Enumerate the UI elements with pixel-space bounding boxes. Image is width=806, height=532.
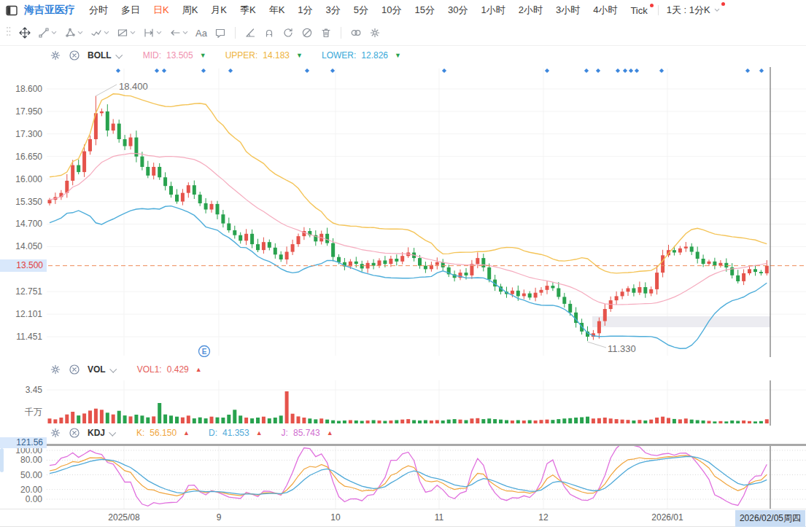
tab-周K[interactable]: 周K: [176, 2, 205, 18]
time-axis-tick: 9: [217, 512, 222, 523]
text-tool-icon[interactable]: Aa: [193, 26, 210, 41]
tab-1分[interactable]: 1分: [291, 2, 319, 18]
red-dot-badge: [721, 2, 725, 6]
stock-name[interactable]: 海吉亚医疗: [24, 4, 75, 17]
metric-value: 14.183: [263, 50, 290, 60]
pattern-tool-icon[interactable]: [114, 25, 139, 41]
high-annotation: 18.400: [119, 81, 148, 92]
comment-tool-icon[interactable]: [212, 25, 229, 41]
trend-up-icon: ▲: [256, 430, 263, 437]
metric: J:85.743▲: [282, 428, 333, 438]
tab-30分[interactable]: 30分: [441, 2, 474, 18]
tab-4小时[interactable]: 4小时: [586, 2, 624, 18]
indicator-name-kdj[interactable]: KDJ: [88, 428, 105, 438]
period-tabs: 分时多日日K周K月K季K年K1分3分5分10分15分30分1小时2小时3小时4小…: [82, 2, 726, 18]
metric-value: 56.150: [150, 428, 177, 438]
shape-tool-icon[interactable]: [61, 25, 86, 41]
hide-drawings-tool-icon[interactable]: [298, 25, 316, 41]
metric-label: J:: [282, 428, 288, 438]
metric: VOL1:0.429▲: [137, 364, 202, 375]
tab-多日[interactable]: 多日: [115, 2, 147, 18]
metric: LOWER:12.826▼: [322, 50, 401, 60]
tab-3分[interactable]: 3分: [319, 2, 347, 18]
price-axis-tick: 14.700: [0, 219, 42, 229]
price-axis-tick: 16.650: [0, 152, 42, 162]
indicator-name-vol[interactable]: VOL: [88, 364, 106, 375]
wave-tool-icon[interactable]: [88, 25, 112, 41]
drawing-toolbar: Aa: [0, 20, 806, 46]
tab-10分[interactable]: 10分: [375, 2, 408, 18]
kdj-legend: KDJK:56.150▲D:41.353▲J:85.743▲: [50, 426, 333, 440]
panel-toggle-icon[interactable]: [6, 5, 18, 16]
kdj-axis-tick: 50.00: [0, 470, 42, 480]
trend-up-icon: ▲: [195, 367, 202, 373]
indicator-close-icon[interactable]: [69, 50, 80, 61]
tab-3小时[interactable]: 3小时: [549, 2, 586, 18]
delete-drawings-tool-icon[interactable]: [317, 25, 335, 41]
sync-drawings-tool-icon[interactable]: [279, 25, 297, 41]
kdj-pane[interactable]: [0, 445, 806, 509]
price-chart-pane[interactable]: E: [0, 66, 806, 357]
metric-label: UPPER:: [225, 50, 258, 60]
price-axis-tick: 14.050: [0, 241, 42, 251]
metric: UPPER:14.183▼: [225, 50, 303, 60]
kline-mode-selector[interactable]: 1天 : 1分K: [662, 2, 726, 18]
stock-chart-app: 海吉亚医疗 分时多日日K周K月K季K年K1分3分5分10分15分30分1小时2小…: [0, 0, 806, 532]
volume-pane[interactable]: [0, 380, 806, 426]
svg-text:E: E: [202, 348, 207, 356]
metric-value: 0.429: [167, 364, 189, 375]
metric-label: K:: [136, 428, 144, 438]
tab-月K[interactable]: 月K: [204, 2, 233, 18]
red-dot-badge: [650, 4, 654, 7]
tab-5分[interactable]: 5分: [347, 2, 375, 18]
kdj-axis-tick: 0.00: [0, 494, 42, 504]
metric-label: MID:: [143, 50, 161, 60]
time-axis-tick: 10: [330, 512, 340, 523]
drag-handle-icon[interactable]: [6, 26, 11, 40]
indicator-name-boll[interactable]: BOLL: [88, 50, 112, 60]
price-axis-tick: 12.751: [0, 286, 42, 297]
price-axis-tick: 17.300: [0, 129, 42, 139]
chevron-down-icon[interactable]: [115, 51, 123, 58]
current-price-label: 13.500: [0, 259, 47, 272]
indicator-settings-icon[interactable]: [50, 50, 61, 61]
nav-divider: [658, 5, 659, 15]
indicator-settings-icon[interactable]: [50, 427, 61, 439]
trend-down-icon: ▼: [296, 52, 303, 59]
metric: K:56.150▲: [136, 428, 190, 438]
tab-年K[interactable]: 年K: [263, 2, 292, 18]
pane-resize-divider[interactable]: [0, 444, 806, 446]
chevron-down-icon[interactable]: [109, 429, 116, 436]
link-charts-tool-icon[interactable]: [347, 25, 365, 41]
pane-scroll-handle[interactable]: [0, 448, 4, 472]
indicator-close-icon[interactable]: [69, 364, 80, 375]
indicator-settings-icon[interactable]: [50, 364, 61, 375]
price-axis-tick: 11.451: [0, 332, 42, 342]
trendline-tool-icon[interactable]: [35, 25, 60, 41]
boll-legend: BOLLMID:13.505▼UPPER:14.183▼LOWER:12.826…: [50, 48, 401, 63]
kdj-max-label: 121.56: [0, 437, 47, 448]
top-nav: 海吉亚医疗 分时多日日K周K月K季K年K1分3分5分10分15分30分1小时2小…: [0, 0, 806, 20]
volume-axis-tick: 3.45: [0, 385, 42, 395]
metric: D:41.353▲: [209, 428, 263, 438]
tab-Tick[interactable]: Tick: [624, 4, 654, 17]
current-date-label: 2026/02/05周四: [735, 510, 805, 527]
chevron-down-icon[interactable]: [109, 365, 117, 372]
arrow-tool-icon[interactable]: [166, 25, 191, 41]
tab-2小时[interactable]: 2小时: [512, 2, 549, 18]
tab-日K[interactable]: 日K: [147, 2, 176, 18]
vol-legend: VOLVOL1:0.429▲: [50, 362, 202, 377]
metric: MID:13.505▼: [143, 50, 206, 60]
move-tool-icon[interactable]: [16, 25, 34, 41]
price-axis-tick: 15.350: [0, 197, 42, 207]
metric-label: D:: [209, 428, 217, 438]
measure-tool-icon[interactable]: [140, 25, 165, 41]
tab-15分[interactable]: 15分: [408, 2, 441, 18]
tab-季K[interactable]: 季K: [233, 2, 263, 18]
chart-settings-tool-icon[interactable]: [366, 25, 384, 41]
tab-分时[interactable]: 分时: [82, 2, 115, 18]
magnet-tool-icon[interactable]: [260, 25, 278, 41]
indicator-close-icon[interactable]: [69, 427, 80, 439]
tab-1小时[interactable]: 1小时: [474, 2, 511, 18]
angle-tool-icon[interactable]: [241, 25, 259, 41]
